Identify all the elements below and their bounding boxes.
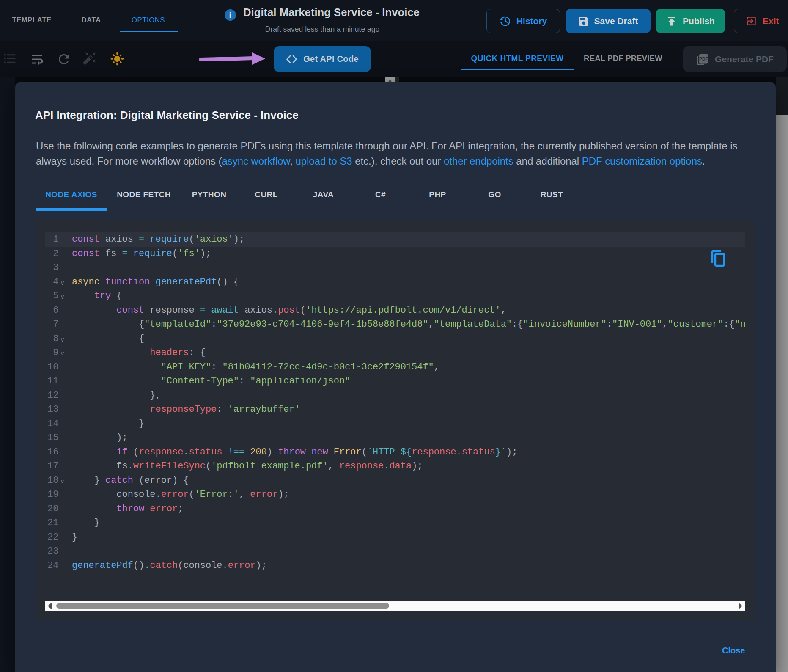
svg-text:PDF: PDF: [699, 56, 708, 61]
